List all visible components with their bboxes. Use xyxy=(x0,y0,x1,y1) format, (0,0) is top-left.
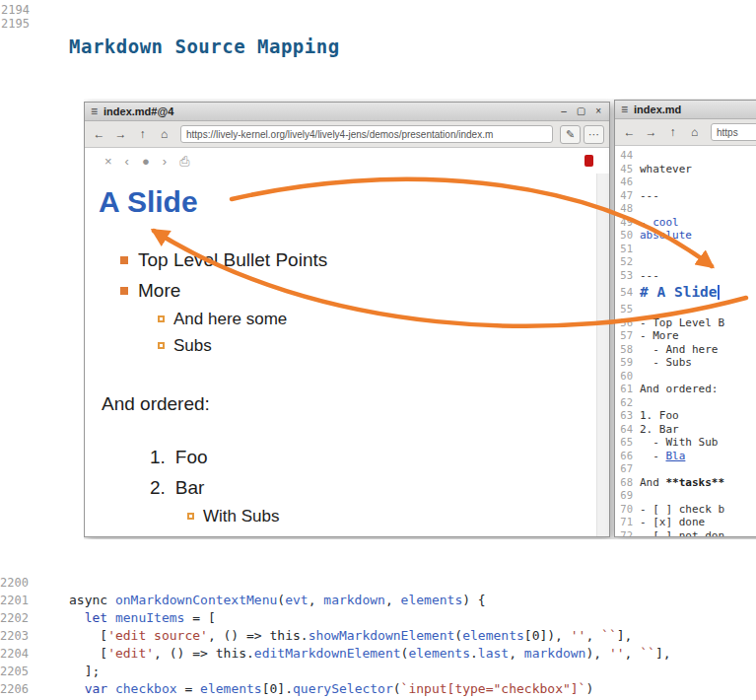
line-number: 66 xyxy=(615,450,640,463)
source-line[interactable]: 49- cool xyxy=(615,216,756,230)
up-button[interactable]: ↑ xyxy=(663,123,682,142)
current-slide-dot-icon[interactable]: ● xyxy=(142,155,150,168)
source-line[interactable]: 44 xyxy=(615,149,756,163)
window-titlebar[interactable]: ≡ index.md#@4 – ▢ × xyxy=(85,103,609,121)
source-line[interactable]: 71- [x] done xyxy=(615,516,756,529)
source-line[interactable]: 631. Foo xyxy=(615,409,756,423)
code-line[interactable]: 2200 xyxy=(0,574,756,592)
code-line[interactable]: 2204 ['edit', () => this.editMarkdownEle… xyxy=(0,645,756,663)
source-line[interactable]: 62 xyxy=(615,396,756,410)
forward-button[interactable]: → xyxy=(111,125,130,144)
source-text: absolute xyxy=(640,229,692,243)
source-line[interactable]: 68And **tasks** xyxy=(615,476,756,490)
line-number: 67 xyxy=(615,462,640,476)
vertical-scrollbar[interactable] xyxy=(596,174,609,536)
window-title: index.md xyxy=(634,104,756,115)
code-text: async onMarkdownContextMenu(evt, markdow… xyxy=(34,592,486,609)
ordered-text: Foo xyxy=(175,447,208,468)
bullet-square-icon xyxy=(120,256,128,264)
source-text: --- xyxy=(640,269,659,283)
code-text: let menuItems = [ xyxy=(34,609,216,627)
more-options-button[interactable]: ⋯ xyxy=(584,125,604,144)
next-slide-icon[interactable]: › xyxy=(163,155,167,168)
line-number: 58 xyxy=(615,343,640,357)
source-line[interactable]: 54# A Slide xyxy=(615,282,756,303)
source-line[interactable]: 66 - Bla xyxy=(615,450,756,463)
code-line[interactable]: 2203 ['edit source', () => this.showMark… xyxy=(0,627,756,645)
source-line[interactable]: 46 xyxy=(615,175,756,189)
code-line[interactable]: 2201async onMarkdownContextMenu(evt, mar… xyxy=(0,592,756,609)
line-number: 2200 xyxy=(0,574,34,592)
source-text: whatever xyxy=(640,163,692,176)
source-line[interactable]: 58 - And here xyxy=(615,343,756,357)
code-line[interactable]: 2205 ]; xyxy=(0,663,756,680)
line-number: 48 xyxy=(615,202,640,216)
source-text: # A Slide xyxy=(640,282,720,303)
source-line[interactable]: 70- [ ] check b xyxy=(615,503,756,517)
source-line[interactable]: 48 xyxy=(615,202,756,216)
back-button[interactable]: ← xyxy=(90,125,108,144)
source-line[interactable]: 50absolute xyxy=(615,229,756,243)
line-number: 70 xyxy=(615,503,640,517)
source-text: - Top Level B xyxy=(640,316,724,330)
code-block[interactable]: 22002201async onMarkdownContextMenu(evt,… xyxy=(0,574,756,698)
source-line[interactable]: 60 xyxy=(615,370,756,384)
source-line[interactable]: 642. Bar xyxy=(615,423,756,437)
line-number: 2194 xyxy=(1,3,30,17)
source-line[interactable]: 57- More xyxy=(615,329,756,343)
source-editor[interactable]: 4445whatever4647---4849- cool50absolute5… xyxy=(615,146,756,536)
source-line[interactable]: 51 xyxy=(615,243,756,256)
source-line[interactable]: 59 - Subs xyxy=(615,356,756,370)
window-titlebar[interactable]: ≡ index.md xyxy=(615,101,756,119)
edit-pencil-button[interactable]: ✎ xyxy=(560,125,581,144)
line-number: 2205 xyxy=(0,663,34,680)
back-button[interactable]: ← xyxy=(620,123,639,142)
up-button[interactable]: ↑ xyxy=(133,125,152,144)
source-text: 2. Bar xyxy=(640,423,679,437)
source-line[interactable]: 47--- xyxy=(615,189,756,203)
close-button[interactable]: × xyxy=(595,106,601,116)
home-button[interactable]: ⌂ xyxy=(685,123,704,142)
url-input[interactable] xyxy=(711,123,756,141)
source-line[interactable]: 61And ordered: xyxy=(615,383,756,396)
url-input[interactable] xyxy=(180,125,553,143)
source-text: - And here xyxy=(640,343,718,357)
page-title: Markdown Source Mapping xyxy=(69,35,340,57)
source-line[interactable]: 69 xyxy=(615,489,756,503)
ordered-number: 1. xyxy=(150,447,166,468)
forward-button[interactable]: → xyxy=(642,123,660,142)
window-menu-icon[interactable]: ≡ xyxy=(621,104,628,115)
line-number: 55 xyxy=(615,303,640,316)
minimize-button[interactable]: – xyxy=(561,106,567,116)
source-line[interactable]: 56- Top Level B xyxy=(615,316,756,330)
line-number: 54 xyxy=(615,282,640,303)
source-line[interactable]: 55 xyxy=(615,303,756,316)
bullet-text: And here some xyxy=(173,310,287,329)
line-number-gutter-top: 21942195 xyxy=(1,3,30,31)
source-text: - [ ] check b xyxy=(640,503,724,517)
source-line[interactable]: 72- [ ] not don xyxy=(615,529,756,537)
source-line[interactable]: 52 xyxy=(615,255,756,269)
home-button[interactable]: ⌂ xyxy=(155,125,173,144)
slide-heading: A Slide xyxy=(99,185,582,219)
browser-navbar: ← → ↑ ⌂ xyxy=(615,119,756,146)
source-line[interactable]: 65 - With Sub xyxy=(615,436,756,450)
source-line[interactable]: 53--- xyxy=(615,269,756,283)
maximize-button[interactable]: ▢ xyxy=(577,106,585,116)
recording-indicator xyxy=(584,155,593,167)
source-text: - More xyxy=(640,329,679,343)
bullet-square-icon xyxy=(158,315,165,322)
code-line[interactable]: 2206 var checkbox = elements[0].querySel… xyxy=(0,680,756,698)
window-menu-icon[interactable]: ≡ xyxy=(91,105,98,117)
source-line[interactable]: 67 xyxy=(615,462,756,476)
source-text: - With Sub xyxy=(640,436,718,450)
print-icon[interactable]: ⎙ xyxy=(179,155,189,168)
ordered-number: 2. xyxy=(150,477,166,499)
source-line[interactable]: 45whatever xyxy=(615,163,756,176)
presentation-close-icon[interactable]: × xyxy=(104,155,112,168)
source-text: - [x] done xyxy=(640,516,705,529)
line-number: 62 xyxy=(615,396,640,410)
prev-slide-icon[interactable]: ‹ xyxy=(125,155,129,168)
code-line[interactable]: 2202 let menuItems = [ xyxy=(0,609,756,627)
slide-content[interactable]: A Slide Top Level Bullet PointsMoreAnd h… xyxy=(85,174,609,536)
